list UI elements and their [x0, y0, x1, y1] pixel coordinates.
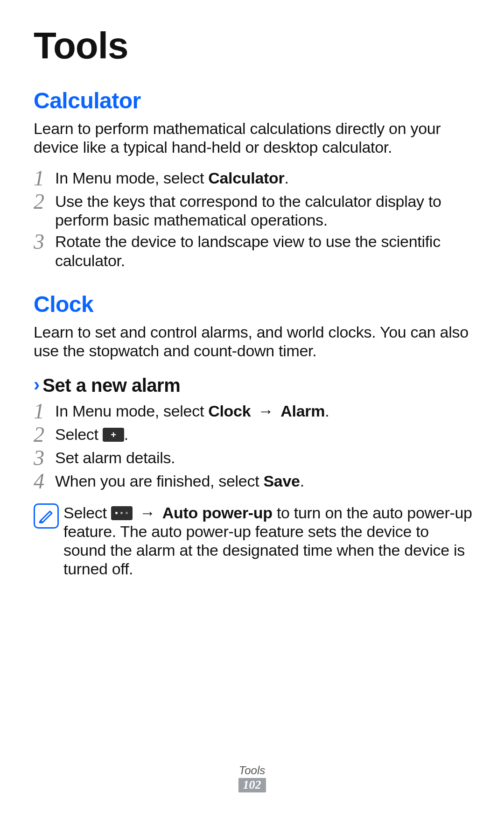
calculator-intro: Learn to perform mathematical calculatio… [34, 119, 472, 156]
bold-text: Save [263, 472, 300, 490]
bold-text: Clock [208, 402, 251, 420]
text: In Menu mode, select [55, 402, 208, 420]
step-text: Select +. [55, 423, 128, 444]
step-text: Rotate the device to landscape view to u… [55, 230, 472, 269]
note-text: Select → Auto power-up to turn on the au… [59, 502, 472, 578]
text: . [325, 402, 329, 420]
subheading-set-alarm: › Set a new alarm [34, 375, 472, 396]
bold-text: Calculator [208, 169, 284, 187]
arrow-text: → [253, 402, 278, 420]
step-number: 2 [34, 423, 55, 445]
calculator-step-1: 1 In Menu mode, select Calculator. [34, 167, 472, 189]
calculator-steps: 1 In Menu mode, select Calculator. 2 Use… [34, 167, 472, 269]
step-text: Set alarm details. [55, 446, 175, 467]
text: Select [63, 504, 111, 522]
clock-step-1: 1 In Menu mode, select Clock → Alarm. [34, 400, 472, 422]
text: . [300, 472, 304, 490]
text: In Menu mode, select [55, 169, 208, 187]
step-number: 3 [34, 446, 55, 469]
note-icon [34, 503, 59, 529]
clock-step-2: 2 Select +. [34, 423, 472, 445]
step-number: 2 [34, 190, 55, 212]
section-heading-clock: Clock [34, 291, 472, 317]
page-title: Tools [34, 26, 472, 65]
clock-steps: 1 In Menu mode, select Clock → Alarm. 2 … [34, 400, 472, 492]
calculator-step-2: 2 Use the keys that correspond to the ca… [34, 190, 472, 229]
text: Select [55, 425, 103, 443]
bold-text: Auto power-up [162, 504, 273, 522]
step-text: In Menu mode, select Clock → Alarm. [55, 400, 329, 420]
step-number: 4 [34, 470, 55, 492]
step-number: 1 [34, 400, 55, 422]
page-footer: Tools 102 [0, 764, 504, 792]
text: When you are finished, select [55, 472, 263, 490]
step-text: In Menu mode, select Calculator. [55, 167, 289, 187]
text: . [124, 425, 128, 443]
step-number: 3 [34, 230, 55, 253]
note-icon-container [34, 502, 59, 529]
clock-step-3: 3 Set alarm details. [34, 446, 472, 469]
arrow-text: → [135, 504, 160, 522]
calculator-step-3: 3 Rotate the device to landscape view to… [34, 230, 472, 269]
footer-chapter: Tools [0, 764, 504, 777]
step-text: When you are finished, select Save. [55, 470, 304, 490]
clock-step-4: 4 When you are finished, select Save. [34, 470, 472, 492]
page-number: 102 [238, 778, 266, 792]
bold-text: Alarm [280, 402, 325, 420]
clock-intro: Learn to set and control alarms, and wor… [34, 323, 472, 360]
note-block: Select → Auto power-up to turn on the au… [34, 502, 472, 578]
more-dots-icon [111, 506, 133, 520]
chevron-right-icon: › [34, 375, 40, 394]
plus-icon: + [103, 428, 124, 442]
text: . [284, 169, 288, 187]
section-heading-calculator: Calculator [34, 88, 472, 113]
step-number: 1 [34, 167, 55, 189]
subheading-text: Set a new alarm [42, 375, 180, 396]
step-text: Use the keys that correspond to the calc… [55, 190, 472, 229]
